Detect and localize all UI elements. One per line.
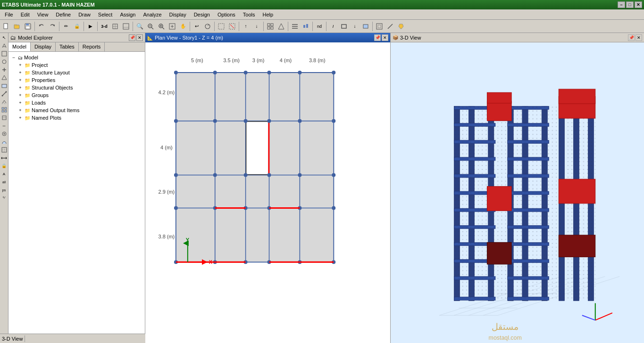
tree-item-named-plots[interactable]: + 📁 Named Plots (15, 114, 145, 122)
tb-more2[interactable] (301, 21, 311, 32)
td-view-icon: 📦 (393, 35, 398, 40)
plan-view-pin[interactable]: 📌 (374, 34, 381, 41)
menu-assign[interactable]: Assign (116, 9, 139, 19)
lt-tool-cursor2[interactable]: ⁶⁄ (0, 194, 8, 202)
minimize-button[interactable]: – (618, 1, 625, 8)
tb-dim[interactable]: nd (314, 21, 325, 32)
tb-open[interactable] (12, 21, 22, 32)
menu-file[interactable]: File (1, 9, 17, 19)
plan-canvas[interactable]: 5 (m) 3.5 (m) 3 (m) 4 (m) 3.8 (m) 4.2 (m… (145, 42, 390, 343)
tb-restore[interactable]: ↩ (192, 21, 202, 32)
plan-view-close[interactable]: ✕ (382, 34, 388, 41)
tb-rect1[interactable] (339, 21, 349, 32)
tab-reports[interactable]: Reports (79, 42, 105, 51)
lt-tool8[interactable] (0, 98, 8, 106)
tb-pencil[interactable]: ✏ (61, 21, 71, 32)
lt-text[interactable]: A (0, 170, 8, 178)
menu-display[interactable]: Display (166, 9, 190, 19)
plan-view-title: Plan View - Story1 - Z = 4 (m) (155, 35, 223, 41)
lt-select[interactable]: ↖ (0, 34, 8, 41)
tree-item-loads[interactable]: + 📁 Loads (15, 99, 145, 106)
lt-measure[interactable]: ⟷ (0, 154, 8, 162)
tb-plan[interactable] (110, 21, 120, 32)
tb-grid[interactable] (265, 21, 276, 32)
tb-zoom-fit[interactable] (167, 21, 177, 32)
lt-tool16[interactable]: 🔒 (0, 162, 8, 170)
close-button[interactable]: ✕ (635, 1, 642, 8)
menu-design[interactable]: Design (190, 9, 214, 19)
menu-draw[interactable]: Draw (75, 9, 94, 19)
lt-tool2[interactable] (0, 50, 8, 57)
tb-undo[interactable] (36, 21, 47, 32)
tab-display[interactable]: Display (31, 42, 56, 51)
tb-symbol[interactable] (276, 21, 286, 32)
lt-tool-all[interactable]: all (0, 178, 8, 186)
lt-tool9[interactable] (0, 106, 8, 114)
tree-item-structure-layout[interactable]: + 📁 Structure Layout (15, 69, 145, 76)
lt-tool14[interactable] (0, 146, 8, 154)
tb-line[interactable] (385, 21, 395, 32)
tree-item-project[interactable]: + 📁 Project (15, 61, 145, 69)
lt-tool3[interactable] (0, 58, 8, 65)
svg-rect-36 (306, 24, 308, 28)
lt-tool10[interactable] (0, 114, 8, 122)
menu-help[interactable]: Help (259, 9, 277, 19)
td-canvas[interactable]: مستقل mostaql.com (391, 42, 644, 343)
tb-save[interactable] (23, 21, 33, 32)
menu-define[interactable]: Define (52, 9, 75, 19)
lt-tool6[interactable] (0, 82, 8, 90)
maximize-button[interactable]: □ (626, 1, 634, 8)
tab-model[interactable]: Model (8, 42, 31, 51)
lt-tool13[interactable] (0, 138, 8, 146)
tb-down-arrow[interactable]: ↓ (251, 21, 262, 32)
tb-more1[interactable] (290, 21, 300, 32)
tb-pan[interactable]: ✋ (178, 21, 188, 32)
tb-zoom-in[interactable]: 🔍 (134, 21, 145, 32)
tb-frame[interactable] (374, 21, 385, 32)
tb-run[interactable]: ▶ (85, 21, 96, 32)
tree-item-structural-objects[interactable]: + 📁 Structural Objects (15, 84, 145, 91)
lt-tool11[interactable]: ↔ (0, 122, 8, 130)
tree-item-named-output[interactable]: + 📁 Named Output Items (15, 106, 145, 114)
plan-view-controls: 📌 ✕ (374, 34, 388, 41)
tree-named-output-label: Named Output Items (32, 107, 80, 113)
explorer-pin-button[interactable]: 📌 (129, 34, 135, 41)
tb-lock[interactable]: 🔒 (72, 21, 82, 32)
td-view-close[interactable]: ✕ (636, 34, 642, 41)
td-view-pin[interactable]: 📌 (628, 34, 635, 41)
svg-rect-0 (4, 24, 8, 29)
menu-edit[interactable]: Edit (17, 9, 33, 19)
lt-tool1[interactable] (0, 42, 8, 49)
tb-up-arrow[interactable]: ↑ (241, 21, 251, 32)
tb-zoom-window[interactable] (156, 21, 167, 32)
menu-options[interactable]: Options (214, 9, 239, 19)
tree-item-groups[interactable]: + 📁 Groups (15, 91, 145, 99)
tb-redo[interactable] (47, 21, 58, 32)
tb-new[interactable] (1, 21, 11, 32)
tb-elev[interactable] (121, 21, 131, 32)
lt-tool7[interactable] (0, 90, 8, 98)
lt-tool4[interactable] (0, 66, 8, 74)
expand-project-icon: + (17, 62, 24, 68)
tb-i[interactable]: I (328, 21, 338, 32)
tb-sel-all[interactable] (216, 21, 226, 32)
menu-view[interactable]: View (33, 9, 52, 19)
explorer-close-button[interactable]: ✕ (136, 34, 143, 41)
tb-rect2[interactable] (360, 21, 371, 32)
lt-tool-ps[interactable]: ps (0, 186, 8, 194)
tb-zoom-out[interactable] (145, 21, 156, 32)
lt-tool5[interactable] (0, 74, 8, 82)
lt-tool12[interactable] (0, 130, 8, 138)
tb-3d[interactable]: 3-d (99, 21, 109, 32)
svg-point-116 (298, 119, 301, 123)
menu-analyze[interactable]: Analyze (139, 9, 165, 19)
tree-item-properties[interactable]: + 📁 Properties (15, 76, 145, 84)
tb-refresh[interactable] (202, 21, 213, 32)
tb-arrow-down2[interactable]: ↓ (350, 21, 360, 32)
menu-select[interactable]: Select (94, 9, 117, 19)
tree-root[interactable]: – 🗂 Model (8, 54, 145, 61)
tb-desel[interactable] (227, 21, 237, 32)
tab-tables[interactable]: Tables (56, 42, 79, 51)
menu-tools[interactable]: Tools (239, 9, 259, 19)
tb-paint[interactable] (396, 21, 406, 32)
